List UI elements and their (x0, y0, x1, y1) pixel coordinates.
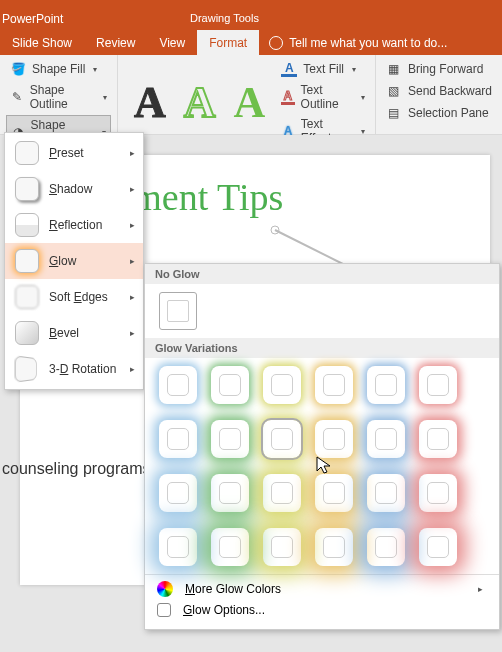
text-fill-button[interactable]: A Text Fill ▾ (277, 59, 369, 79)
bevel-label: Bevel (49, 326, 79, 340)
color-wheel-icon (157, 581, 173, 597)
pencil-icon: ✎ (10, 89, 24, 105)
bring-forward-icon: ▦ (386, 61, 402, 77)
glow-variation-r0-c5[interactable] (419, 366, 457, 404)
bring-forward-button[interactable]: ▦ Bring Forward (382, 59, 496, 79)
shape-fill-label: Shape Fill (32, 62, 85, 76)
chevron-right-icon: ▸ (130, 184, 135, 194)
glow-variation-r0-c4[interactable] (367, 366, 405, 404)
menu-item-3d-rotation[interactable]: 3-D Rotation ▸ (5, 351, 143, 387)
menu-item-preset[interactable]: Preset ▸ (5, 135, 143, 171)
selection-pane-button[interactable]: ▤ Selection Pane (382, 103, 496, 123)
soft-edges-icon (15, 285, 39, 309)
paint-bucket-icon: 🪣 (10, 61, 26, 77)
glow-variation-r2-c0[interactable] (159, 474, 197, 512)
no-glow-header: No Glow (145, 264, 499, 284)
glow-variation-r2-c4[interactable] (367, 474, 405, 512)
shape-outline-button[interactable]: ✎ Shape Outline ▾ (6, 81, 111, 113)
chevron-right-icon: ▸ (130, 364, 135, 374)
glow-variation-r2-c3[interactable] (315, 474, 353, 512)
chevron-right-icon: ▸ (130, 220, 135, 230)
group-shape-styles: 🪣 Shape Fill ▾ ✎ Shape Outline ▾ ◑ Shape… (0, 55, 118, 134)
wordart-preset-2[interactable]: A (184, 81, 216, 125)
shape-effects-menu: Preset ▸ Shadow ▸ Reflection ▸ Glow ▸ So… (4, 132, 144, 390)
text-outline-label: Text Outline (301, 83, 353, 111)
glow-variation-r0-c0[interactable] (159, 366, 197, 404)
glow-variation-r3-c4[interactable] (367, 528, 405, 566)
send-backward-icon: ▧ (386, 83, 402, 99)
glow-options[interactable]: Glow Options... (157, 603, 487, 617)
glow-variation-r3-c3[interactable] (315, 528, 353, 566)
chevron-down-icon: ▾ (352, 65, 356, 74)
chevron-down-icon: ▾ (361, 93, 365, 102)
soft-edges-label: Soft Edges (49, 290, 108, 304)
group-arrange: ▦ Bring Forward ▧ Send Backward ▤ Select… (376, 55, 502, 134)
glow-variation-grid (145, 358, 499, 574)
chevron-right-icon: ▸ (130, 256, 135, 266)
glow-variation-r2-c5[interactable] (419, 474, 457, 512)
preset-label: Preset (49, 146, 84, 160)
selection-pane-icon: ▤ (386, 105, 402, 121)
glow-variation-r3-c5[interactable] (419, 528, 457, 566)
tab-slideshow[interactable]: Slide Show (0, 30, 84, 55)
glow-variation-r3-c2[interactable] (263, 528, 301, 566)
text-fill-icon: A (281, 61, 297, 77)
text-fill-label: Text Fill (303, 62, 344, 76)
glow-options-label: Glow Options... (183, 603, 265, 617)
bevel-icon (15, 321, 39, 345)
shape-outline-label: Shape Outline (30, 83, 95, 111)
wordart-preset-1[interactable]: A (134, 81, 166, 125)
glow-variation-r0-c2[interactable] (263, 366, 301, 404)
context-tab-title: Drawing Tools (130, 12, 502, 30)
tab-format[interactable]: Format (197, 30, 259, 55)
selection-pane-label: Selection Pane (408, 106, 489, 120)
tab-review[interactable]: Review (84, 30, 147, 55)
chevron-right-icon: ▸ (130, 328, 135, 338)
send-backward-label: Send Backward (408, 84, 492, 98)
reflection-label: Reflection (49, 218, 102, 232)
glow-variations-header: Glow Variations (145, 338, 499, 358)
chevron-down-icon: ▾ (103, 93, 107, 102)
text-outline-button[interactable]: A Text Outline ▾ (277, 81, 369, 113)
glow-variation-r1-c3[interactable] (315, 420, 353, 458)
glow-variation-r1-c5[interactable] (419, 420, 457, 458)
glow-variation-r1-c1[interactable] (211, 420, 249, 458)
glow-variation-r1-c0[interactable] (159, 420, 197, 458)
glow-variation-r0-c1[interactable] (211, 366, 249, 404)
body-text-fragment: counseling programs (2, 460, 151, 478)
glow-variation-r1-c2[interactable] (263, 420, 301, 458)
menu-item-reflection[interactable]: Reflection ▸ (5, 207, 143, 243)
glow-variation-r2-c2[interactable] (263, 474, 301, 512)
menu-item-glow[interactable]: Glow ▸ (5, 243, 143, 279)
glow-variation-r3-c1[interactable] (211, 528, 249, 566)
options-icon (157, 603, 171, 617)
app-name: PowerPoint (0, 12, 130, 30)
ribbon-tabs: Slide Show Review View Format Tell me wh… (0, 30, 502, 55)
menu-item-bevel[interactable]: Bevel ▸ (5, 315, 143, 351)
shape-fill-button[interactable]: 🪣 Shape Fill ▾ (6, 59, 111, 79)
rotation-label: 3-D Rotation (49, 362, 116, 376)
send-backward-button[interactable]: ▧ Send Backward (382, 81, 496, 101)
menu-item-shadow[interactable]: Shadow ▸ (5, 171, 143, 207)
more-glow-colors[interactable]: More Glow Colors ▸ (157, 581, 487, 597)
more-glow-colors-label: More Glow Colors (185, 582, 281, 596)
glow-none[interactable] (159, 292, 197, 330)
ribbon: 🪣 Shape Fill ▾ ✎ Shape Outline ▾ ◑ Shape… (0, 55, 502, 135)
chevron-right-icon: ▸ (130, 148, 135, 158)
tab-view[interactable]: View (147, 30, 197, 55)
glow-gallery: No Glow Glow Variations More Glow Colors… (144, 263, 500, 630)
glow-variation-r2-c1[interactable] (211, 474, 249, 512)
bulb-icon (269, 36, 283, 50)
chevron-down-icon: ▾ (93, 65, 97, 74)
shadow-label: Shadow (49, 182, 92, 196)
glow-variation-r1-c4[interactable] (367, 420, 405, 458)
tell-me[interactable]: Tell me what you want to do... (259, 36, 447, 50)
shadow-icon (15, 177, 39, 201)
wordart-preset-3[interactable]: A (234, 81, 266, 125)
glow-variation-r3-c0[interactable] (159, 528, 197, 566)
glow-variation-r0-c3[interactable] (315, 366, 353, 404)
text-outline-icon: A (281, 89, 294, 105)
wordart-gallery[interactable]: A A A (124, 59, 275, 147)
glow-icon (15, 249, 39, 273)
menu-item-soft-edges[interactable]: Soft Edges ▸ (5, 279, 143, 315)
